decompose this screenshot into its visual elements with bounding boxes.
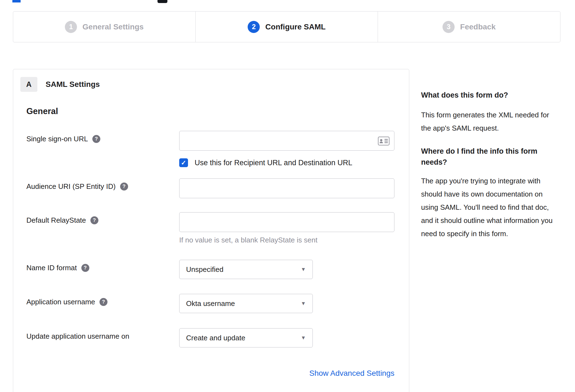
audience-uri-row: Audience URI (SP Entity ID) ? (26, 178, 394, 198)
sso-url-input[interactable] (179, 131, 394, 151)
update-username-value: Create and update (186, 334, 245, 342)
recipient-url-checkbox[interactable]: ✓ (179, 158, 188, 167)
show-advanced-settings-link[interactable]: Show Advanced Settings (179, 369, 394, 378)
application-username-help-icon[interactable]: ? (99, 298, 107, 306)
audience-uri-input[interactable] (179, 178, 394, 198)
step-1-circle: 1 (65, 21, 77, 33)
relay-state-control: If no value is set, a blank RelayState i… (179, 212, 394, 244)
relay-state-row: Default RelayState ? If no value is set,… (26, 212, 394, 244)
step-3-label: Feedback (460, 23, 496, 31)
sso-help-icon[interactable]: ? (92, 135, 100, 143)
step-3-circle: 3 (443, 21, 455, 33)
relay-state-label: Default RelayState (26, 216, 86, 225)
name-id-format-row: Name ID format ? Unspecified ▼ (26, 260, 313, 279)
help-body-2: The app you're trying to integrate with … (421, 174, 559, 240)
audience-uri-label: Audience URI (SP Entity ID) (26, 182, 116, 191)
panel-title: SAML Settings (46, 80, 100, 89)
name-id-format-select[interactable]: Unspecified ▼ (179, 260, 313, 279)
recipient-url-checkbox-label[interactable]: Use this for Recipient URL and Destinati… (195, 159, 352, 167)
relay-state-hint: If no value is set, a blank RelayState i… (179, 236, 394, 244)
sso-url-row: Single sign-on URL ? (26, 131, 394, 151)
help-heading-1: What does this form do? (421, 90, 559, 101)
step-feedback: 3 Feedback (378, 12, 560, 42)
audience-uri-label-wrap: Audience URI (SP Entity ID) ? (26, 178, 179, 191)
chevron-down-icon: ▼ (301, 266, 306, 272)
audience-uri-input-wrap (179, 178, 394, 198)
step-1-label: General Settings (82, 23, 144, 31)
name-id-format-value: Unspecified (186, 265, 223, 274)
cutoff-header-icon-fragment (157, 0, 167, 3)
update-username-select[interactable]: Create and update ▼ (179, 328, 313, 347)
help-body-1: This form generates the XML needed for t… (421, 108, 559, 135)
relay-state-input[interactable] (179, 212, 394, 232)
saml-settings-panel: A SAML Settings General Single sign-on U… (13, 69, 409, 392)
update-username-row: Update application username on Create an… (26, 328, 313, 347)
general-section-heading: General (26, 106, 58, 116)
contact-card-icon[interactable] (378, 137, 389, 147)
help-sidebar: What does this form do? This form genera… (421, 90, 559, 240)
help-heading-2: Where do I find the info this form needs… (421, 146, 559, 168)
name-id-help-icon[interactable]: ? (81, 264, 89, 272)
recipient-url-checkbox-row: ✓ Use this for Recipient URL and Destina… (179, 158, 352, 167)
chevron-down-icon: ▼ (301, 335, 306, 341)
relay-state-label-wrap: Default RelayState ? (26, 212, 179, 225)
update-username-label: Update application username on (26, 332, 129, 341)
audience-help-icon[interactable]: ? (120, 183, 128, 191)
relay-help-icon[interactable]: ? (90, 216, 98, 224)
cutoff-page-title-fragment (12, 0, 21, 2)
step-general-settings: 1 General Settings (13, 12, 195, 42)
sso-url-label: Single sign-on URL (26, 135, 88, 143)
name-id-format-label-wrap: Name ID format ? (26, 260, 179, 272)
application-username-label-wrap: Application username ? (26, 294, 179, 306)
step-configure-saml: 2 Configure SAML (195, 12, 378, 42)
update-username-label-wrap: Update application username on (26, 328, 179, 341)
application-username-row: Application username ? Okta username ▼ (26, 294, 313, 313)
chevron-down-icon: ▼ (301, 300, 306, 307)
section-a-badge: A (20, 77, 37, 92)
wizard-step-bar: 1 General Settings 2 Configure SAML 3 Fe… (13, 11, 560, 42)
sso-url-label-wrap: Single sign-on URL ? (26, 131, 179, 143)
application-username-select[interactable]: Okta username ▼ (179, 294, 313, 313)
step-2-circle: 2 (248, 21, 260, 33)
step-2-label: Configure SAML (265, 23, 325, 31)
application-username-label: Application username (26, 298, 95, 306)
sso-url-input-wrap (179, 131, 394, 151)
application-username-value: Okta username (186, 299, 235, 308)
panel-header: A SAML Settings (20, 77, 100, 92)
name-id-format-label: Name ID format (26, 264, 77, 272)
